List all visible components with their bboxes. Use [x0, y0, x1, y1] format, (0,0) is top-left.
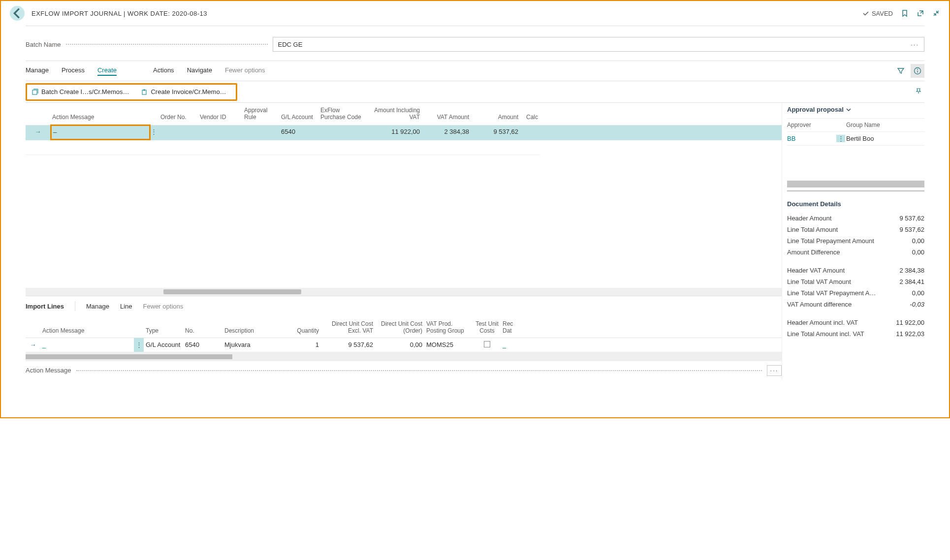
- create-invoice-label: Create Invoice/Cr.Memo…: [151, 88, 226, 95]
- tab-actions[interactable]: Actions: [153, 66, 174, 76]
- approver-row[interactable]: BB ⋮ Bertil Boo: [787, 132, 924, 146]
- batch-name-value: EDC GE: [278, 41, 303, 48]
- icol-qty[interactable]: Quantity: [282, 326, 321, 335]
- col-gl-account[interactable]: G/L Account: [279, 113, 318, 122]
- batch-lookup-ellipsis[interactable]: ···: [911, 41, 919, 48]
- batch-create-icon: [32, 89, 38, 95]
- icol-action-message[interactable]: Action Message: [40, 326, 134, 335]
- cell-approval-rule[interactable]: [242, 125, 279, 140]
- create-invoice-action[interactable]: Create Invoice/Cr.Memo…: [141, 88, 226, 95]
- import-grid-scrollbar[interactable]: [26, 352, 782, 361]
- col-vat-amount[interactable]: VAT Amount: [422, 113, 471, 122]
- import-manage[interactable]: Manage: [86, 303, 109, 310]
- cell-amount[interactable]: 9 537,62: [471, 125, 520, 140]
- icell-action-message[interactable]: _: [40, 338, 134, 352]
- dl-line-total: Line Total Amount9 537,62: [787, 224, 924, 235]
- tab-fewer-options[interactable]: Fewer options: [225, 66, 265, 76]
- cell-order-no[interactable]: [158, 125, 198, 140]
- approval-proposal-title[interactable]: Approval proposal: [787, 106, 924, 113]
- dl-line-incl: Line Total Amount incl. VAT11 922,03: [787, 328, 924, 340]
- icell-desc[interactable]: Mjukvara: [222, 338, 282, 352]
- icol-desc[interactable]: Description: [222, 326, 282, 335]
- cell-vat-amount[interactable]: 2 384,38: [422, 125, 471, 140]
- icell-type[interactable]: G/L Account: [144, 338, 183, 352]
- cell-vendor-id[interactable]: [198, 125, 242, 140]
- import-line[interactable]: Line: [120, 303, 132, 310]
- col-vendor-id[interactable]: Vendor ID: [198, 113, 242, 122]
- approver-group: Bertil Boo: [846, 135, 920, 142]
- icol-test-costs[interactable]: Test Unit Costs: [474, 319, 501, 336]
- highlight-box-action-cell: [50, 124, 151, 140]
- dl-line-prepay: Line Total Prepayment Amount0,00: [787, 235, 924, 247]
- batch-create-label: Batch Create I…s/Cr.Memos…: [41, 88, 129, 95]
- info-icon[interactable]: [911, 64, 924, 78]
- approver-col[interactable]: Approver: [787, 122, 836, 128]
- chevron-down-icon: [846, 107, 852, 113]
- icol-direct-order[interactable]: Direct Unit Cost (Order): [375, 319, 424, 336]
- top-bar: EXFLOW IMPORT JOURNAL | WORK DATE: 2020-…: [1, 1, 949, 26]
- approver-scrollbar[interactable]: [787, 181, 924, 187]
- svg-rect-2: [32, 90, 37, 94]
- icol-type[interactable]: Type: [144, 326, 183, 335]
- pin-icon[interactable]: [915, 87, 922, 96]
- import-lines-title: Import Lines: [26, 303, 64, 310]
- icell-direct-order[interactable]: 0,00: [375, 338, 424, 352]
- col-amount-incl-vat[interactable]: Amount Including VAT: [368, 106, 422, 122]
- main-split: Action Message Order No. Vendor ID Appro…: [26, 103, 924, 380]
- col-approval-rule[interactable]: Approval Rule: [242, 106, 279, 122]
- icol-direct-cost[interactable]: Direct Unit Cost Excl. VAT: [321, 319, 375, 336]
- dl-header-incl: Header Amount incl. VAT11 922,00: [787, 317, 924, 328]
- main-grid-empty-row[interactable]: [26, 140, 782, 155]
- icol-rec-date[interactable]: Rec Dat: [501, 319, 525, 336]
- popout-icon[interactable]: [917, 9, 924, 17]
- icell-rec-date[interactable]: _: [501, 338, 525, 352]
- back-button[interactable]: [10, 6, 25, 21]
- col-order-no[interactable]: Order No.: [158, 113, 198, 122]
- collapse-icon[interactable]: [932, 9, 940, 17]
- irow-more-menu[interactable]: ⋮: [134, 338, 144, 352]
- cell-action-message[interactable]: _: [50, 125, 149, 140]
- batch-name-row: Batch Name EDC GE ···: [26, 37, 924, 52]
- action-message-more[interactable]: ···: [767, 365, 782, 376]
- checkbox-test-costs[interactable]: [484, 341, 490, 347]
- tab-toolbar: Manage Process Create Actions Navigate F…: [26, 61, 924, 81]
- col-amount[interactable]: Amount: [471, 113, 520, 122]
- cell-amount-incl-vat[interactable]: 11 922,00: [368, 125, 422, 140]
- content-area: Batch Name EDC GE ··· Manage Process Cre…: [1, 37, 949, 380]
- main-grid-row[interactable]: → _ ⋮ 6540 11 922,00 2 384,38 9 5: [26, 125, 782, 140]
- approver-more-menu[interactable]: ⋮: [836, 135, 845, 142]
- batch-create-action[interactable]: Batch Create I…s/Cr.Memos…: [32, 88, 129, 95]
- cell-exflow-purchase[interactable]: [318, 125, 368, 140]
- icell-vat-prod[interactable]: MOMS25: [424, 338, 474, 352]
- toolbar-right-icons: [894, 64, 924, 78]
- import-grid-row[interactable]: → _ ⋮ G/L Account 6540 Mjukvara 1 9 537,…: [26, 338, 782, 352]
- cell-gl-account[interactable]: 6540: [279, 125, 318, 140]
- icell-direct-cost[interactable]: 9 537,62: [321, 338, 375, 352]
- bookmark-icon[interactable]: [901, 9, 909, 17]
- svg-point-1: [917, 69, 918, 70]
- tab-process[interactable]: Process: [62, 66, 85, 76]
- main-grid-scrollbar[interactable]: [26, 288, 782, 296]
- app-frame: EXFLOW IMPORT JOURNAL | WORK DATE: 2020-…: [0, 0, 950, 418]
- batch-name-field[interactable]: EDC GE ···: [273, 37, 924, 52]
- filter-icon[interactable]: [894, 64, 908, 78]
- icell-no[interactable]: 6540: [183, 338, 222, 352]
- col-calc[interactable]: Calc: [520, 113, 540, 122]
- tab-manage[interactable]: Manage: [26, 66, 49, 76]
- dl-header-vat: Header VAT Amount2 384,38: [787, 265, 924, 276]
- row-more-menu[interactable]: ⋮: [149, 125, 158, 140]
- col-action-message[interactable]: Action Message: [50, 113, 149, 122]
- main-grid-body: → _ ⋮ 6540 11 922,00 2 384,38 9 5: [26, 125, 782, 288]
- import-fewer[interactable]: Fewer options: [143, 303, 184, 310]
- col-exflow-purchase[interactable]: ExFlow Purchase Code: [318, 106, 368, 122]
- group-col[interactable]: Group Name: [846, 122, 920, 128]
- cell-calc[interactable]: [520, 125, 540, 140]
- icol-no[interactable]: No.: [183, 326, 222, 335]
- dl-header-amount: Header Amount9 537,62: [787, 213, 924, 224]
- icell-qty[interactable]: 1: [282, 338, 321, 352]
- tab-navigate[interactable]: Navigate: [187, 66, 212, 76]
- approver-code[interactable]: BB: [787, 135, 836, 142]
- tab-create[interactable]: Create: [97, 66, 117, 76]
- icell-test-costs[interactable]: [474, 338, 501, 352]
- icol-vat-prod[interactable]: VAT Prod. Posting Group: [424, 319, 474, 336]
